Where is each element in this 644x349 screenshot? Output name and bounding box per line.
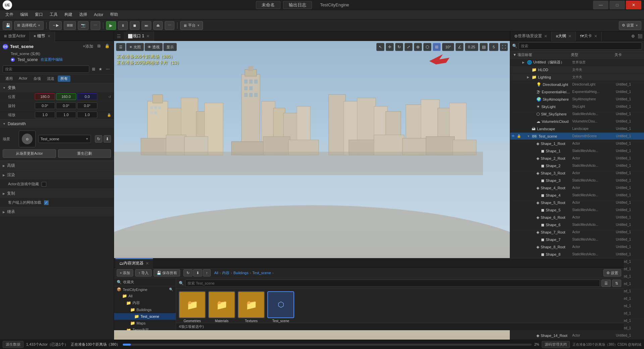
pos-z-input[interactable] — [77, 93, 97, 100]
tree-item-26[interactable]: ◼Shape_8StaticMeshActo...Untitled_1 — [510, 251, 644, 258]
skip-button[interactable]: ⏭ — [142, 21, 151, 30]
replication-header[interactable]: ▶ 复制 — [0, 189, 114, 198]
tree-item-20[interactable]: ◼Shape_5StaticMeshActo...Untitled_1 — [510, 206, 644, 214]
cb-forward-btn[interactable]: ⬇ — [193, 269, 202, 277]
tree-eye-10[interactable]: 👁 — [512, 134, 517, 138]
advanced-header[interactable]: ▶ 高级 — [0, 161, 114, 170]
scale-x-input[interactable] — [35, 111, 55, 118]
cb-asset-materials[interactable]: 📁 Materials — [208, 291, 235, 323]
toolbar-transform-btn[interactable]: ↔▶ — [49, 21, 62, 30]
vp-transform-tool[interactable]: ⊕ — [414, 43, 422, 51]
cb-sidebar-all[interactable]: 📁 All — [114, 293, 176, 299]
cb-asset-test-scene[interactable]: ⬡ Test_scene — [267, 291, 294, 323]
cb-settings-btn[interactable]: ⚙ 设置 — [603, 269, 621, 277]
details-tab-close[interactable]: ✕ — [47, 34, 51, 39]
tree-item-10[interactable]: 👁🔒▼DSTest_sceneDatasmithSceneUntitled_1 — [510, 133, 644, 140]
toolbar-save-icon[interactable]: 💾 — [3, 21, 12, 30]
tree-item-11[interactable]: ◈Shape_1_RootActorUntitled_1 — [510, 140, 644, 147]
vp-angle-input[interactable] — [442, 43, 454, 51]
level-tab[interactable]: 🗺 关卡 ✕ — [576, 32, 602, 41]
lit-btn[interactable]: ☀ 光照 — [126, 43, 144, 51]
cb-asset-geometries[interactable]: 📁 Geometries — [179, 291, 206, 323]
toolbar-more-btn[interactable]: ⋯ — [91, 21, 100, 30]
tree-item-16[interactable]: ◼Shape_3StaticMeshActo...Untitled_1 — [510, 177, 644, 184]
world-settings-tab[interactable]: ⚙ 世界场景设置 ✕ — [510, 32, 552, 41]
content-browser-tab[interactable]: 🗂 内容浏览器 ✕ — [115, 258, 153, 268]
tree-item-22[interactable]: ◼Shape_6StaticMeshActo...Untitled_1 — [510, 221, 644, 229]
maximize-button[interactable]: □ — [609, 1, 625, 9]
cb-sidebar-engine[interactable]: 📦 TestCityEngine 🔍 — [114, 286, 176, 293]
toolbar-snap-btn[interactable]: ⊞⊞ — [64, 21, 76, 30]
tree-item-7[interactable]: ⬡SM_SkySphereStaticMeshActo...Untitled_1 — [510, 110, 644, 118]
inheritance-header[interactable]: ▶ 继承 — [0, 207, 114, 216]
perspective-label-btn[interactable]: 👁 透视 — [145, 43, 163, 51]
cb-engine-search[interactable]: 🔍 — [169, 288, 173, 291]
ds-scene-selector[interactable]: Test_scene ▼ — [38, 135, 91, 143]
actor-lock-btn[interactable]: 🔒 — [103, 43, 111, 50]
vp-maximize-icon[interactable]: ⛶ — [500, 43, 508, 51]
tree-item-5[interactable]: 🌍SkyAtmosphereSkyAtmosphereUntitled_1 — [510, 96, 644, 103]
launch-btn[interactable]: ⋯ — [165, 21, 174, 30]
tree-item-25[interactable]: ◈Shape_8_RootActorUntitled_1 — [510, 243, 644, 251]
outliner-tab-close[interactable]: ✕ — [568, 34, 572, 39]
platform-btn[interactable]: 🖥 平台 ▼ — [180, 21, 203, 30]
play-button[interactable]: ▶ — [106, 21, 116, 30]
cb-content-search-input[interactable] — [185, 280, 600, 287]
transform-header[interactable]: ▼ 变换 — [0, 83, 114, 92]
rot-y-input[interactable] — [56, 102, 76, 109]
rot-x-input[interactable] — [35, 102, 55, 109]
cb-asset-textures[interactable]: 📁 Textures — [238, 291, 265, 323]
cb-sidebar-temp[interactable]: 📁 Temp内容 — [114, 327, 176, 330]
tree-item-21[interactable]: ◈Shape_6_RootActorUntitled_1 — [510, 214, 644, 221]
actor-more-btn[interactable]: ⊞ — [96, 43, 102, 50]
details-search-input[interactable] — [3, 65, 89, 73]
vp-scale-tool[interactable]: ⤢ — [405, 43, 413, 51]
menu-actor[interactable]: Actor — [91, 12, 106, 18]
tab-unnamed[interactable]: 未命名 — [256, 1, 280, 9]
breadcrumb-buildings[interactable]: Buildings — [233, 271, 249, 275]
outliner-search-input[interactable] — [519, 42, 642, 50]
pos-reset-icon[interactable]: ↺ — [108, 95, 111, 99]
settings-filter-btn[interactable]: ⋯ — [104, 66, 111, 72]
show-btn[interactable]: 显示 — [163, 43, 177, 51]
tree-item-14[interactable]: ◼Shape_2StaticMeshActo...Untitled_1 — [510, 162, 644, 169]
menu-select[interactable]: 选择 — [76, 11, 90, 18]
source-data-btn[interactable]: 源生数据 — [3, 341, 23, 348]
tree-arrow-2[interactable]: ▶ — [527, 76, 532, 79]
tree-item-8[interactable]: ☁VolumetricCloudVolumetricClou...Untitle… — [510, 118, 644, 125]
cb-sidebar-content[interactable]: 📁 内容 — [114, 299, 176, 306]
rendering-header[interactable]: ▶ 渲染 — [0, 170, 114, 180]
scale-z-input[interactable] — [77, 111, 97, 118]
cat-misc[interactable]: 杂项 — [31, 76, 44, 82]
tree-item-18[interactable]: ◼Shape_4StaticMeshActo...Untitled_1 — [510, 192, 644, 199]
stop-button[interactable]: ⏹ — [130, 21, 140, 30]
vp-local-tool[interactable]: ⬡ — [423, 43, 431, 51]
cb-filter-btn[interactable]: ☰ — [601, 280, 611, 287]
tree-lock-10[interactable]: 🔒 — [517, 134, 522, 138]
ds-regenerate-btn[interactable]: 重生已删 — [58, 149, 111, 158]
tree-item-24[interactable]: ◼Shape_7StaticMeshActo...Untitled_1 — [510, 236, 644, 243]
grid-view-btn[interactable]: ⊞ — [91, 66, 97, 72]
tree-item-37[interactable]: ◈Shape_14_RootActorUntitled_1 — [510, 332, 644, 339]
pos-x-input[interactable] — [35, 93, 55, 100]
vp-speed-input[interactable] — [489, 43, 498, 51]
cat-actor[interactable]: Actor — [16, 76, 30, 82]
viewport-1-tab[interactable]: ⬜ 视口 1 ✕ — [124, 32, 154, 41]
cb-import-btn[interactable]: ↑ 导入 — [135, 269, 152, 277]
cb-sort-btn[interactable]: ⇅ — [612, 280, 621, 287]
outliner-settings-icon[interactable]: ⚙ — [630, 33, 636, 39]
cb-sidebar-maps[interactable]: 📁 Maps — [114, 320, 176, 327]
minimize-button[interactable]: — — [593, 1, 608, 9]
cb-add-btn[interactable]: + 添加 — [117, 269, 133, 277]
menu-help[interactable]: 帮助 — [107, 11, 121, 18]
vp-grid-snap-btn[interactable]: ⊞ — [433, 43, 441, 51]
details-tab[interactable]: ≡ 细节 ✕ — [30, 32, 55, 41]
cb-sidebar-test-scene[interactable]: 📁 Test_scene — [114, 313, 176, 320]
ds-download-btn[interactable]: ⬇ — [104, 135, 111, 143]
scale-y-input[interactable] — [56, 111, 76, 118]
hidden-checkbox[interactable] — [42, 182, 46, 187]
vp-menu-icon[interactable]: ☰ — [117, 34, 121, 39]
cat-common[interactable]: 通用 — [3, 76, 15, 82]
tree-item-12[interactable]: ◼Shape_1StaticMeshActo...Untitled_1 — [510, 147, 644, 155]
vp-angle-icon[interactable]: ∠ — [455, 43, 464, 51]
